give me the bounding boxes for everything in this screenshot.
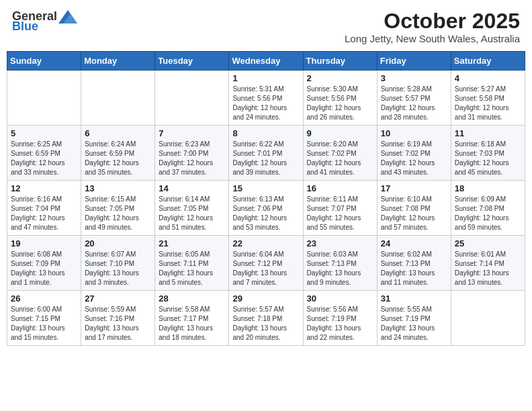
day-number: 18: [455, 183, 521, 193]
day-number: 20: [85, 238, 151, 248]
day-info: Sunrise: 5:55 AM Sunset: 7:19 PM Dayligh…: [381, 305, 447, 342]
day-number: 8: [232, 128, 299, 138]
day-info: Sunrise: 5:56 AM Sunset: 7:19 PM Dayligh…: [307, 305, 373, 342]
calendar-cell: 30Sunrise: 5:56 AM Sunset: 7:19 PM Dayli…: [303, 291, 377, 346]
day-info: Sunrise: 6:09 AM Sunset: 7:08 PM Dayligh…: [455, 195, 521, 232]
day-number: 23: [307, 238, 373, 248]
calendar-cell: 26Sunrise: 6:00 AM Sunset: 7:15 PM Dayli…: [7, 291, 81, 346]
calendar-table: SundayMondayTuesdayWednesdayThursdayFrid…: [7, 51, 525, 346]
calendar-cell: 16Sunrise: 6:11 AM Sunset: 7:07 PM Dayli…: [303, 181, 377, 236]
calendar-cell: 6Sunrise: 6:24 AM Sunset: 6:59 PM Daylig…: [81, 126, 155, 181]
calendar-cell: 29Sunrise: 5:57 AM Sunset: 7:18 PM Dayli…: [229, 291, 303, 346]
calendar-cell: 19Sunrise: 6:08 AM Sunset: 7:09 PM Dayli…: [7, 236, 81, 291]
calendar-cell: 18Sunrise: 6:09 AM Sunset: 7:08 PM Dayli…: [451, 181, 525, 236]
calendar-cell: [155, 71, 229, 126]
calendar-cell: 23Sunrise: 6:03 AM Sunset: 7:13 PM Dayli…: [303, 236, 377, 291]
calendar-week-2: 5Sunrise: 6:25 AM Sunset: 6:59 PM Daylig…: [7, 126, 525, 181]
day-number: 14: [159, 183, 225, 193]
day-number: 27: [85, 293, 151, 304]
day-info: Sunrise: 6:05 AM Sunset: 7:11 PM Dayligh…: [159, 250, 225, 287]
day-number: 7: [159, 128, 225, 138]
day-number: 28: [159, 293, 225, 304]
weekday-header-row: SundayMondayTuesdayWednesdayThursdayFrid…: [7, 52, 525, 71]
day-number: 11: [455, 128, 521, 138]
calendar-cell: 21Sunrise: 6:05 AM Sunset: 7:11 PM Dayli…: [155, 236, 229, 291]
day-info: Sunrise: 6:02 AM Sunset: 7:13 PM Dayligh…: [381, 250, 447, 287]
logo: General Blue: [12, 9, 77, 34]
day-number: 1: [232, 73, 299, 83]
day-number: 25: [455, 238, 521, 248]
day-info: Sunrise: 6:14 AM Sunset: 7:05 PM Dayligh…: [159, 195, 225, 232]
day-number: 5: [11, 128, 77, 138]
calendar-cell: 22Sunrise: 6:04 AM Sunset: 7:12 PM Dayli…: [229, 236, 303, 291]
calendar-cell: 20Sunrise: 6:07 AM Sunset: 7:10 PM Dayli…: [81, 236, 155, 291]
day-info: Sunrise: 6:03 AM Sunset: 7:13 PM Dayligh…: [307, 250, 373, 287]
day-number: 17: [381, 183, 447, 193]
day-number: 29: [232, 293, 299, 304]
calendar-cell: 3Sunrise: 5:28 AM Sunset: 5:57 PM Daylig…: [377, 71, 451, 126]
calendar-week-3: 12Sunrise: 6:16 AM Sunset: 7:04 PM Dayli…: [7, 181, 525, 236]
day-info: Sunrise: 5:58 AM Sunset: 7:17 PM Dayligh…: [159, 305, 225, 342]
day-number: 6: [85, 128, 151, 138]
day-info: Sunrise: 5:28 AM Sunset: 5:57 PM Dayligh…: [381, 85, 447, 122]
day-info: Sunrise: 5:57 AM Sunset: 7:18 PM Dayligh…: [232, 305, 299, 342]
calendar-cell: 1Sunrise: 5:31 AM Sunset: 5:56 PM Daylig…: [229, 71, 303, 126]
calendar-cell: 8Sunrise: 6:22 AM Sunset: 7:01 PM Daylig…: [229, 126, 303, 181]
calendar-cell: 15Sunrise: 6:13 AM Sunset: 7:06 PM Dayli…: [229, 181, 303, 236]
calendar-week-4: 19Sunrise: 6:08 AM Sunset: 7:09 PM Dayli…: [7, 236, 525, 291]
calendar-cell: 28Sunrise: 5:58 AM Sunset: 7:17 PM Dayli…: [155, 291, 229, 346]
weekday-header-sunday: Sunday: [7, 52, 81, 71]
weekday-header-monday: Monday: [81, 52, 155, 71]
day-number: 4: [455, 73, 521, 83]
day-info: Sunrise: 5:59 AM Sunset: 7:16 PM Dayligh…: [85, 305, 151, 342]
calendar-cell: [451, 291, 525, 346]
day-info: Sunrise: 6:04 AM Sunset: 7:12 PM Dayligh…: [232, 250, 299, 287]
calendar-cell: 12Sunrise: 6:16 AM Sunset: 7:04 PM Dayli…: [7, 181, 81, 236]
day-number: 21: [159, 238, 225, 248]
logo-icon: [58, 10, 77, 24]
day-info: Sunrise: 6:25 AM Sunset: 6:59 PM Dayligh…: [11, 140, 77, 177]
calendar-week-5: 26Sunrise: 6:00 AM Sunset: 7:15 PM Dayli…: [7, 291, 525, 346]
day-number: 3: [381, 73, 447, 83]
day-number: 16: [307, 183, 373, 193]
day-number: 10: [381, 128, 447, 138]
calendar-week-1: 1Sunrise: 5:31 AM Sunset: 5:56 PM Daylig…: [7, 71, 525, 126]
day-info: Sunrise: 6:20 AM Sunset: 7:02 PM Dayligh…: [307, 140, 373, 177]
day-info: Sunrise: 6:18 AM Sunset: 7:03 PM Dayligh…: [455, 140, 521, 177]
calendar-cell: 27Sunrise: 5:59 AM Sunset: 7:16 PM Dayli…: [81, 291, 155, 346]
calendar-cell: 13Sunrise: 6:15 AM Sunset: 7:05 PM Dayli…: [81, 181, 155, 236]
weekday-header-thursday: Thursday: [303, 52, 377, 71]
day-number: 26: [11, 293, 77, 304]
day-info: Sunrise: 6:19 AM Sunset: 7:02 PM Dayligh…: [381, 140, 447, 177]
calendar-cell: 24Sunrise: 6:02 AM Sunset: 7:13 PM Dayli…: [377, 236, 451, 291]
calendar-cell: 7Sunrise: 6:23 AM Sunset: 7:00 PM Daylig…: [155, 126, 229, 181]
day-info: Sunrise: 6:22 AM Sunset: 7:01 PM Dayligh…: [232, 140, 299, 177]
day-number: 30: [307, 293, 373, 304]
day-info: Sunrise: 5:31 AM Sunset: 5:56 PM Dayligh…: [232, 85, 299, 122]
day-info: Sunrise: 6:08 AM Sunset: 7:09 PM Dayligh…: [11, 250, 77, 287]
weekday-header-tuesday: Tuesday: [155, 52, 229, 71]
day-info: Sunrise: 6:00 AM Sunset: 7:15 PM Dayligh…: [11, 305, 77, 342]
day-info: Sunrise: 6:16 AM Sunset: 7:04 PM Dayligh…: [11, 195, 77, 232]
calendar-cell: 2Sunrise: 5:30 AM Sunset: 5:56 PM Daylig…: [303, 71, 377, 126]
day-number: 24: [381, 238, 447, 248]
calendar-cell: 4Sunrise: 5:27 AM Sunset: 5:58 PM Daylig…: [451, 71, 525, 126]
day-number: 31: [381, 293, 447, 304]
calendar-cell: 14Sunrise: 6:14 AM Sunset: 7:05 PM Dayli…: [155, 181, 229, 236]
day-info: Sunrise: 5:27 AM Sunset: 5:58 PM Dayligh…: [455, 85, 521, 122]
calendar-cell: 10Sunrise: 6:19 AM Sunset: 7:02 PM Dayli…: [377, 126, 451, 181]
day-number: 19: [11, 238, 77, 248]
calendar-cell: [7, 71, 81, 126]
day-number: 9: [307, 128, 373, 138]
day-info: Sunrise: 6:11 AM Sunset: 7:07 PM Dayligh…: [307, 195, 373, 232]
day-info: Sunrise: 6:10 AM Sunset: 7:08 PM Dayligh…: [381, 195, 447, 232]
day-info: Sunrise: 6:01 AM Sunset: 7:14 PM Dayligh…: [455, 250, 521, 287]
day-number: 2: [307, 73, 373, 83]
calendar-cell: 9Sunrise: 6:20 AM Sunset: 7:02 PM Daylig…: [303, 126, 377, 181]
day-info: Sunrise: 6:24 AM Sunset: 6:59 PM Dayligh…: [85, 140, 151, 177]
weekday-header-wednesday: Wednesday: [229, 52, 303, 71]
day-info: Sunrise: 6:23 AM Sunset: 7:00 PM Dayligh…: [159, 140, 225, 177]
day-info: Sunrise: 6:13 AM Sunset: 7:06 PM Dayligh…: [232, 195, 299, 232]
day-number: 15: [232, 183, 299, 193]
calendar-cell: 25Sunrise: 6:01 AM Sunset: 7:14 PM Dayli…: [451, 236, 525, 291]
